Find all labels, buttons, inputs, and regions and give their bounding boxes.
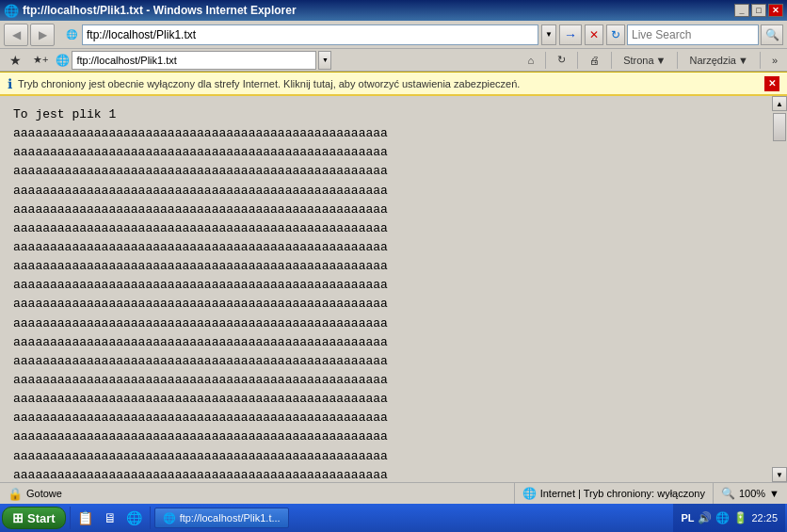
language-indicator: PL xyxy=(681,512,694,524)
content-line: aaaaaaaaaaaaaaaaaaaaaaaaaaaaaaaaaaaaaaaa… xyxy=(13,295,774,314)
status-main: 🔒 Gotowe xyxy=(0,487,514,501)
print-button[interactable]: 🖨 xyxy=(586,53,603,68)
content-area[interactable]: To jest plik 1 aaaaaaaaaaaaaaaaaaaaaaaaa… xyxy=(0,96,787,482)
forward-button[interactable]: ▶ xyxy=(30,24,55,46)
go-icon: → xyxy=(564,27,577,42)
zoom-section[interactable]: 🔍 100% ▼ xyxy=(713,483,787,504)
taskbar-icon-ie[interactable]: 🌐 xyxy=(123,507,146,529)
taskbar-tray: PL 🔊 🌐 🔋 22:25 xyxy=(673,504,785,532)
scrollbar-track: ▲ ▼ xyxy=(772,96,787,482)
content-line: aaaaaaaaaaaaaaaaaaaaaaaaaaaaaaaaaaaaaaaa… xyxy=(13,162,774,181)
taskbar-icon-notepad[interactable]: 📋 xyxy=(74,507,97,529)
tray-icon1[interactable]: 🔊 xyxy=(698,511,712,524)
home-icon: ⌂ xyxy=(527,55,534,66)
search-icon: 🔍 xyxy=(765,28,779,41)
add-favorites-button[interactable]: ★+ xyxy=(29,52,52,68)
taskbar: ⊞ Start 📋 🖥 🌐 🌐 ftp://localhost/Plik1.t.… xyxy=(0,504,787,532)
status-sections: 🌐 Internet | Tryb chroniony: wyłączony 🔍… xyxy=(514,483,787,504)
zoom-text: 100% xyxy=(739,488,765,499)
taskbar-icon-desktop[interactable]: 🖥 xyxy=(99,507,121,529)
content-line: aaaaaaaaaaaaaaaaaaaaaaaaaaaaaaaaaaaaaaaa… xyxy=(13,352,774,371)
start-button[interactable]: ⊞ Start xyxy=(2,507,66,529)
refresh-small-button[interactable]: ↻ xyxy=(554,52,570,68)
content-line: aaaaaaaaaaaaaaaaaaaaaaaaaaaaaaaaaaaaaaaa… xyxy=(13,182,774,201)
refresh-button[interactable]: ↻ xyxy=(606,24,625,45)
content-line: aaaaaaaaaaaaaaaaaaaaaaaaaaaaaaaaaaaaaaaa… xyxy=(13,238,774,257)
content-title-line: To jest plik 1 xyxy=(13,105,774,124)
close-button[interactable]: ✕ xyxy=(768,4,783,17)
page-button[interactable]: Strona ▼ xyxy=(619,53,669,68)
tray-icon2[interactable]: 🌐 xyxy=(715,511,730,524)
zone-text: Internet | Tryb chroniony: wyłączony xyxy=(540,488,705,499)
tools-label: Narzędzia xyxy=(689,55,736,66)
content-line: aaaaaaaaaaaaaaaaaaaaaaaaaaaaaaaaaaaaaaaa… xyxy=(13,427,774,446)
content-line: aaaaaaaaaaaaaaaaaaaaaaaaaaaaaaaaaaaaaaaa… xyxy=(13,333,774,352)
content-line: aaaaaaaaaaaaaaaaaaaaaaaaaaaaaaaaaaaaaaaa… xyxy=(13,466,774,482)
separator3 xyxy=(611,52,612,69)
taskbar-window-title: ftp://localhost/Plik1.t... xyxy=(180,512,281,524)
security-info-icon: ℹ xyxy=(8,76,12,91)
start-label: Start xyxy=(27,511,56,525)
taskbar-separator xyxy=(70,507,71,529)
security-close-button[interactable]: ✕ xyxy=(764,76,779,91)
browser-icon: 🌐 xyxy=(4,4,19,18)
taskbar-window-ie[interactable]: 🌐 ftp://localhost/Plik1.t... xyxy=(154,508,289,528)
content-line: aaaaaaaaaaaaaaaaaaaaaaaaaaaaaaaaaaaaaaaa… xyxy=(13,390,774,409)
zone-section: 🌐 Internet | Tryb chroniony: wyłączony xyxy=(514,483,713,504)
tray-icon3[interactable]: 🔋 xyxy=(733,511,747,524)
content-line: aaaaaaaaaaaaaaaaaaaaaaaaaaaaaaaaaaaaaaaa… xyxy=(13,201,774,219)
minimize-button[interactable]: _ xyxy=(734,4,749,17)
separator2 xyxy=(577,52,578,69)
taskbar-windows: 🌐 ftp://localhost/Plik1.t... xyxy=(154,508,672,528)
status-text: Gotowe xyxy=(26,488,62,499)
search-button[interactable]: 🔍 xyxy=(761,24,783,45)
search-input[interactable] xyxy=(627,24,759,45)
dropdown2-icon: ▼ xyxy=(322,56,329,63)
address-bar-2-input[interactable]: ftp://localhost/Plik1.txt xyxy=(72,51,316,70)
content-line: aaaaaaaaaaaaaaaaaaaaaaaaaaaaaaaaaaaaaaaa… xyxy=(13,447,774,466)
stop-icon: ✕ xyxy=(589,28,599,41)
more-button[interactable]: » xyxy=(768,53,781,68)
address-bar-container: 🌐 ftp://localhost/Plik1.txt ▼ → ✕ ↻ xyxy=(64,24,625,45)
security-message[interactable]: Tryb chroniony jest obecnie wyłączony dl… xyxy=(18,78,759,89)
address-dropdown[interactable]: ▼ xyxy=(541,24,556,45)
print-icon: 🖨 xyxy=(589,55,600,66)
zoom-icon: 🔍 xyxy=(721,487,735,500)
content-line: aaaaaaaaaaaaaaaaaaaaaaaaaaaaaaaaaaaaaaaa… xyxy=(13,314,774,333)
scroll-thumb[interactable] xyxy=(773,113,786,141)
content-line: aaaaaaaaaaaaaaaaaaaaaaaaaaaaaaaaaaaaaaaa… xyxy=(13,219,774,238)
search-bar: 🔍 xyxy=(627,24,783,45)
favorites-toolbar: ★ ★+ 🌐 ftp://localhost/Plik1.txt ▼ ⌂ ↻ 🖨… xyxy=(0,49,787,72)
content-wrapper: To jest plik 1 aaaaaaaaaaaaaaaaaaaaaaaaa… xyxy=(0,96,787,482)
address-input[interactable]: ftp://localhost/Plik1.txt xyxy=(82,24,538,45)
more-icon: » xyxy=(772,55,778,66)
scroll-down-button[interactable]: ▼ xyxy=(772,467,787,482)
address-label-2: 🌐 xyxy=(56,54,70,67)
status-bar: 🔒 Gotowe 🌐 Internet | Tryb chroniony: wy… xyxy=(0,482,787,504)
maximize-button[interactable]: □ xyxy=(751,4,766,17)
title-bar: 🌐 ftp://localhost/Plik1.txt - Windows In… xyxy=(0,0,787,21)
content-line: aaaaaaaaaaaaaaaaaaaaaaaaaaaaaaaaaaaaaaaa… xyxy=(13,257,774,276)
go-button[interactable]: → xyxy=(559,24,582,45)
status-lock-icon: 🔒 xyxy=(8,487,23,501)
stop-button[interactable]: ✕ xyxy=(585,24,603,45)
refresh-icon: ↻ xyxy=(611,28,620,41)
taskbar-quick-launch: 📋 🖥 🌐 xyxy=(74,507,146,529)
address-bar-2-dropdown[interactable]: ▼ xyxy=(318,51,331,70)
globe-icon: 🌐 xyxy=(522,487,537,500)
scroll-up-button[interactable]: ▲ xyxy=(772,96,787,111)
toolbar-right: ⌂ ↻ 🖨 Strona ▼ Narzędzia ▼ » xyxy=(523,52,781,69)
start-windows-icon: ⊞ xyxy=(12,510,24,525)
security-bar: ℹ Tryb chroniony jest obecnie wyłączony … xyxy=(0,72,787,96)
nav-toolbar: ◀ ▶ 🌐 ftp://localhost/Plik1.txt ▼ → ✕ ↻ … xyxy=(0,21,787,49)
taskbar-separator2 xyxy=(150,507,151,529)
home-button[interactable]: ⌂ xyxy=(523,53,538,68)
back-button[interactable]: ◀ xyxy=(4,24,28,46)
clock: 22:25 xyxy=(751,512,778,524)
favorites-star-button[interactable]: ★ xyxy=(6,51,25,70)
back-icon: ◀ xyxy=(12,28,21,41)
star-icon: ★ xyxy=(9,53,22,68)
content-line: aaaaaaaaaaaaaaaaaaaaaaaaaaaaaaaaaaaaaaaa… xyxy=(13,276,774,295)
window-title: ftp://localhost/Plik1.txt - Windows Inte… xyxy=(23,4,297,17)
tools-button[interactable]: Narzędzia ▼ xyxy=(685,53,751,68)
